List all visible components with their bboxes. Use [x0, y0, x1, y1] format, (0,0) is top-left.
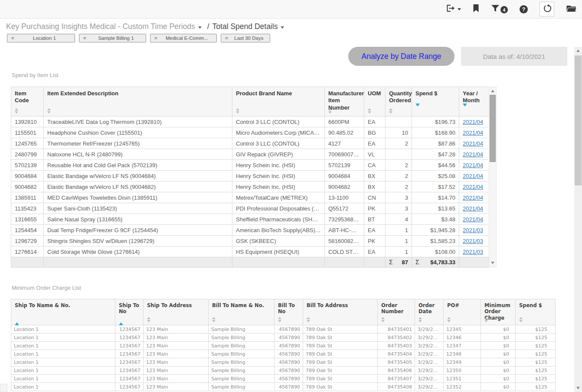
year_month-link[interactable]: 2021/04: [463, 194, 483, 201]
cell-ship_to_name: Location 1: [11, 342, 115, 350]
spend-table-scrollbar[interactable]: [489, 87, 497, 267]
sort-icon-spend[interactable]: [519, 317, 523, 322]
cell-bill_to_no: 4567890: [275, 366, 303, 375]
column-header-bill_to_no[interactable]: Bill To No: [275, 299, 303, 325]
column-header-item_description[interactable]: Item Extended Description: [44, 87, 232, 117]
refresh-button[interactable]: [539, 2, 554, 16]
cell-uom: EA: [364, 246, 386, 257]
year_month-link[interactable]: 2021/04: [463, 216, 483, 223]
spend-by-item-table: Item CodeItem Extended DescriptionProduc…: [11, 87, 489, 268]
sort-icon-ship_to_address[interactable]: [147, 317, 150, 322]
year_month-link[interactable]: 2021/04: [463, 162, 483, 168]
cell-bill_to_no: 4567890: [275, 334, 303, 342]
page-scrollbar[interactable]: [574, 47, 582, 392]
bookmark-button[interactable]: [473, 4, 479, 14]
cell-po_number: 12351: [444, 375, 481, 383]
chevron-down-icon[interactable]: [198, 26, 202, 29]
year_month-link[interactable]: 2021/04: [463, 130, 483, 136]
column-header-ship_to_no[interactable]: Ship To No: [115, 299, 144, 325]
chevron-down-icon[interactable]: [281, 26, 284, 29]
column-header-item_code[interactable]: Item Code: [11, 87, 44, 117]
filter-chip-billing[interactable]: = Sample Billing 1: [79, 34, 146, 42]
total-quantity_ordered: Σ87: [386, 257, 412, 268]
cell-spend: $168.90: [412, 127, 459, 138]
year_month-link[interactable]: 2021/03: [463, 238, 483, 244]
column-header-uom[interactable]: UOM: [364, 87, 386, 117]
sort-icon-quantity_ordered[interactable]: [389, 108, 392, 113]
column-header-ship_to_address[interactable]: Ship To Address: [144, 299, 209, 325]
column-header-min_order_charge[interactable]: Minimum Order Charge: [481, 299, 516, 325]
year_month-link[interactable]: 2021/04: [463, 184, 483, 190]
cell-order_date: 3/29/2021: [415, 383, 444, 391]
year_month-link[interactable]: 2021/04: [463, 205, 483, 212]
year_month-link[interactable]: 2021/04: [463, 140, 483, 147]
column-header-bill_to_address[interactable]: Bill To Address: [303, 299, 378, 325]
analyze-by-date-range-button[interactable]: Analyze by Date Range: [348, 47, 454, 66]
filter-icon: [491, 4, 500, 14]
column-header-po_number[interactable]: PO#: [444, 299, 481, 325]
sort-icon-item_code[interactable]: [15, 108, 18, 113]
column-label: Product Brand Name: [236, 90, 323, 97]
cell-brand_name: Henry Schein Inc. (HSI): [232, 171, 325, 181]
export-button[interactable]: [446, 4, 461, 14]
scrollbar-thumb[interactable]: [575, 55, 582, 185]
scroll-up-arrow-icon[interactable]: [489, 90, 496, 92]
sort-icon-bill_to_no[interactable]: [278, 317, 281, 322]
table-row: 1155501Headphone Cushion Cover (1155501)…: [11, 127, 489, 138]
column-header-bill_to_name[interactable]: Bill To Name & No.: [209, 299, 275, 325]
horizontal-scrollbar-stub[interactable]: [0, 384, 7, 392]
sort-icon-min_order_charge[interactable]: [484, 317, 488, 322]
filter-chip-medical-ecomm[interactable]: = Medical E-Comm...: [150, 34, 217, 42]
breadcrumb-page-title[interactable]: Total Spend Details: [213, 22, 278, 31]
cell-item_description: Saline Nasal Spray (1316655): [44, 214, 232, 225]
export-icon: [446, 4, 456, 14]
column-header-year_month[interactable]: Year / Month: [459, 87, 489, 117]
scroll-up-arrow-icon[interactable]: [574, 49, 582, 52]
year_month-link[interactable]: 2021/04: [463, 151, 483, 158]
column-header-mfr_item_number[interactable]: Manufacturer Item Number: [325, 87, 364, 117]
filter-chip-last-30-days[interactable]: = Last 30 Days: [221, 34, 270, 42]
sort-icon-ship_to_no[interactable]: [119, 316, 123, 322]
column-header-order_date[interactable]: Order Date: [415, 299, 444, 325]
briefcase-button[interactable]: [566, 4, 577, 14]
cell-item_description: Elastic Bandage w/Velcro LF NS (9004682): [44, 181, 232, 192]
sort-icon-order_number[interactable]: [381, 317, 385, 322]
cell-spend: $3.48: [412, 214, 459, 225]
cell-order_date: 3/29/2021: [415, 342, 444, 350]
sort-icon-order_date[interactable]: [419, 317, 422, 322]
year_month-link[interactable]: 2021/03: [463, 249, 483, 255]
cell-year_month: 2021/04: [459, 171, 489, 181]
sort-icon-brand_name[interactable]: [236, 108, 239, 113]
column-header-order_number[interactable]: Order Number: [378, 299, 415, 325]
year_month-link[interactable]: 2021/04: [463, 173, 483, 179]
scrollbar-thumb[interactable]: [490, 95, 496, 162]
sort-icon-bill_to_address[interactable]: [307, 317, 310, 322]
sort-icon-uom[interactable]: [368, 108, 371, 113]
scroll-down-arrow-icon[interactable]: [574, 387, 582, 389]
sort-icon-po_number[interactable]: [447, 317, 451, 322]
sort-icon-year_month[interactable]: [463, 107, 467, 113]
sort-icon-bill_to_name[interactable]: [212, 317, 216, 322]
column-label: UOM: [368, 90, 383, 97]
year_month-link[interactable]: 2021/03: [463, 227, 483, 233]
filter-chip-location[interactable]: = Location 1: [7, 34, 75, 42]
year_month-link[interactable]: 2021/04: [463, 119, 483, 125]
filter-operator: =: [154, 36, 157, 41]
sort-icon-item_description[interactable]: [47, 108, 51, 113]
sort-icon-mfr_item_number[interactable]: [328, 108, 332, 113]
column-header-spend[interactable]: Spend $: [412, 87, 459, 117]
cell-bill_to_name: Sample Billing: [209, 383, 275, 391]
column-header-quantity_ordered[interactable]: Quantity Ordered: [386, 87, 412, 117]
scroll-down-arrow-icon[interactable]: [489, 262, 496, 264]
breadcrumb-dashboard-title[interactable]: Key Purchasing Insights Medical - Custom…: [6, 22, 195, 31]
help-button[interactable]: ?: [520, 5, 528, 13]
cell-bill_to_no: 4567890: [275, 358, 303, 366]
spend-table-title: Spend by Item List: [12, 72, 59, 78]
header-row: Ship To Name & No.Ship To NoShip To Addr…: [11, 299, 556, 325]
filters-button[interactable]: 4: [491, 4, 508, 14]
sort-icon-ship_to_name[interactable]: [15, 316, 19, 322]
column-header-brand_name[interactable]: Product Brand Name: [232, 87, 325, 117]
sort-icon-spend[interactable]: [415, 107, 420, 113]
column-header-spend[interactable]: Spend $: [516, 299, 556, 325]
column-header-ship_to_name[interactable]: Ship To Name & No.: [11, 299, 115, 325]
